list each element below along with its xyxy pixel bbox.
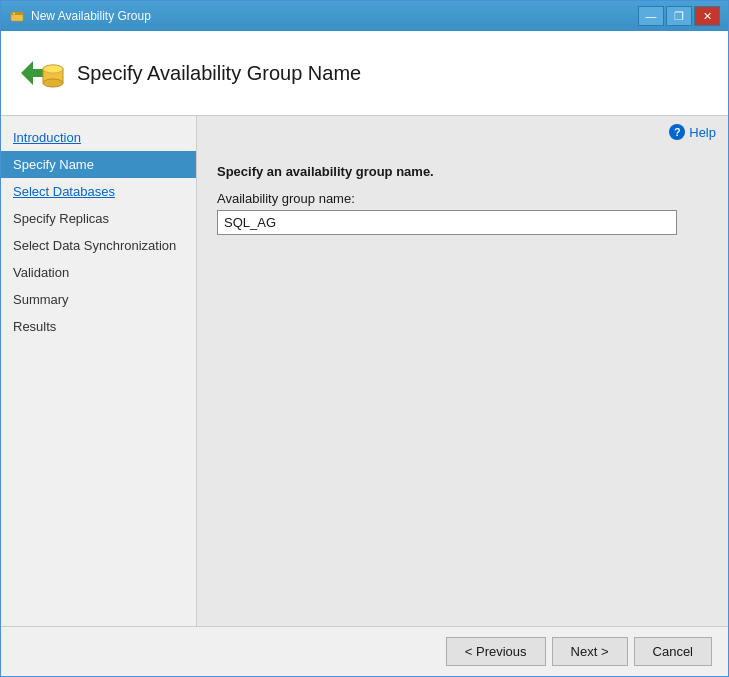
sidebar-item-summary[interactable]: Summary: [1, 286, 196, 313]
help-label: Help: [689, 125, 716, 140]
header-title: Specify Availability Group Name: [77, 62, 361, 85]
content-main: Specify an availability group name. Avai…: [197, 148, 728, 626]
restore-button[interactable]: ❐: [666, 6, 692, 26]
sidebar-item-specify-replicas[interactable]: Specify Replicas: [1, 205, 196, 232]
sidebar-item-results[interactable]: Results: [1, 313, 196, 340]
svg-point-2: [13, 13, 15, 15]
help-icon: ?: [669, 124, 685, 140]
sidebar-item-specify-name[interactable]: Specify Name: [1, 151, 196, 178]
content-header: ? Help: [197, 116, 728, 148]
svg-point-7: [43, 65, 63, 73]
sidebar-item-introduction[interactable]: Introduction: [1, 124, 196, 151]
cancel-button[interactable]: Cancel: [634, 637, 712, 666]
sidebar: Introduction Specify Name Select Databas…: [1, 116, 197, 626]
previous-button[interactable]: < Previous: [446, 637, 546, 666]
title-bar-left: New Availability Group: [9, 8, 151, 24]
sidebar-item-select-databases[interactable]: Select Databases: [1, 178, 196, 205]
title-bar: New Availability Group — ❐ ✕: [1, 1, 728, 31]
main-body: Introduction Specify Name Select Databas…: [1, 116, 728, 626]
field-label: Availability group name:: [217, 191, 708, 206]
sidebar-item-validation[interactable]: Validation: [1, 259, 196, 286]
title-bar-controls: — ❐ ✕: [638, 6, 720, 26]
minimize-button[interactable]: —: [638, 6, 664, 26]
window: New Availability Group — ❐ ✕ Specify Ava…: [0, 0, 729, 677]
section-title: Specify an availability group name.: [217, 164, 708, 179]
window-title: New Availability Group: [31, 9, 151, 23]
svg-point-6: [43, 79, 63, 87]
footer: < Previous Next > Cancel: [1, 626, 728, 676]
svg-marker-3: [21, 61, 45, 85]
svg-rect-1: [11, 12, 23, 15]
help-link[interactable]: ? Help: [669, 124, 716, 140]
close-button[interactable]: ✕: [694, 6, 720, 26]
content-area: ? Help Specify an availability group nam…: [197, 116, 728, 626]
header-database-icon: [17, 49, 65, 97]
header-area: Specify Availability Group Name: [1, 31, 728, 116]
availability-group-name-input[interactable]: [217, 210, 677, 235]
next-button[interactable]: Next >: [552, 637, 628, 666]
title-bar-icon: [9, 8, 25, 24]
sidebar-item-select-data-sync[interactable]: Select Data Synchronization: [1, 232, 196, 259]
